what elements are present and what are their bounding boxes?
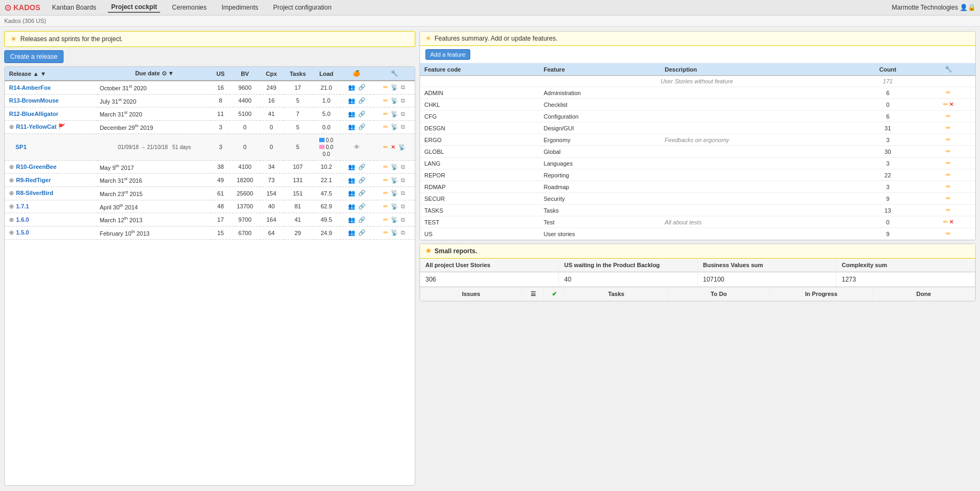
people-icon[interactable]: 👥 <box>348 97 355 104</box>
release-cpx: 64 <box>260 226 282 239</box>
external-icon[interactable]: ⧉ <box>401 190 405 196</box>
edit-icon[interactable]: ✏ <box>383 163 388 170</box>
rss-icon[interactable]: 📡 <box>391 111 398 117</box>
expand-icon[interactable]: ⊕ <box>9 123 14 130</box>
release-link[interactable]: 1.5.0 <box>16 229 29 236</box>
rss-icon[interactable]: 📡 <box>391 177 398 183</box>
link-icon[interactable]: 🔗 <box>358 111 366 117</box>
expand-icon[interactable]: ⊕ <box>9 177 14 183</box>
link-icon[interactable]: 🔗 <box>358 97 366 104</box>
rss-icon[interactable]: 📡 <box>391 123 398 130</box>
rss-icon[interactable]: 📡 <box>391 190 398 196</box>
edit-icon[interactable]: ✏ <box>946 113 951 119</box>
edit-icon[interactable]: ✏ <box>383 216 388 223</box>
people-icon[interactable]: 👥 <box>348 111 355 117</box>
rss-icon[interactable]: 📡 <box>391 84 398 90</box>
link-icon[interactable]: 🔗 <box>358 203 366 209</box>
edit-icon[interactable]: ✏ <box>383 203 388 209</box>
release-link[interactable]: R12-BlueAlligator <box>9 111 58 117</box>
people-icon[interactable]: 👥 <box>348 84 355 90</box>
eye-icon[interactable]: 👁 <box>354 144 360 150</box>
expand-icon[interactable]: ⊕ <box>9 229 14 236</box>
nav-kanban[interactable]: Kanban Boards <box>49 3 100 12</box>
edit-icon[interactable]: ✏ <box>383 190 388 196</box>
delete-icon[interactable]: ✕ <box>391 144 396 150</box>
edit-icon[interactable]: ✏ <box>946 124 951 131</box>
release-bv: 4400 <box>230 94 260 107</box>
external-icon[interactable]: ⧉ <box>401 84 405 90</box>
external-icon[interactable]: ⧉ <box>401 123 405 130</box>
edit-icon[interactable]: ✏ <box>383 111 388 117</box>
edit-icon[interactable]: ✏ <box>943 219 948 225</box>
rss-icon[interactable]: 📡 <box>391 163 398 170</box>
bottom-h-check[interactable]: ✔ <box>544 287 565 301</box>
rss-icon[interactable]: 📡 <box>391 216 398 223</box>
col-duedate[interactable]: Due date ⊙ ▼ <box>98 67 211 81</box>
edit-icon[interactable]: ✏ <box>943 101 948 107</box>
release-link[interactable]: 1.7.1 <box>16 203 29 209</box>
rss-icon[interactable]: 📡 <box>398 144 406 150</box>
edit-icon[interactable]: ✏ <box>383 84 388 90</box>
nav-ceremonies[interactable]: Ceremonies <box>169 3 210 12</box>
edit-icon[interactable]: ✏ <box>383 144 388 150</box>
link-icon[interactable]: 🔗 <box>358 216 366 223</box>
link-icon[interactable]: 🔗 <box>358 177 366 183</box>
people-icon[interactable]: 👥 <box>348 203 355 209</box>
delete-icon[interactable]: ✕ <box>949 219 954 225</box>
external-icon[interactable]: ⧉ <box>401 229 405 236</box>
link-icon[interactable]: 🔗 <box>358 123 366 130</box>
edit-icon[interactable]: ✏ <box>946 183 951 190</box>
people-icon[interactable]: 👥 <box>348 229 355 236</box>
edit-icon[interactable]: ✏ <box>383 177 388 183</box>
external-icon[interactable]: ⧉ <box>401 216 405 223</box>
link-icon[interactable]: 🔗 <box>358 190 366 196</box>
sprint-link[interactable]: SP1 <box>15 144 27 150</box>
edit-icon[interactable]: ✏ <box>383 97 388 104</box>
link-icon[interactable]: 🔗 <box>358 229 366 236</box>
people-icon[interactable]: 👥 <box>348 216 355 223</box>
edit-icon[interactable]: ✏ <box>946 230 951 237</box>
release-link[interactable]: R11-YellowCat <box>16 123 57 130</box>
external-icon[interactable]: ⧉ <box>401 177 405 183</box>
people-icon[interactable]: 👥 <box>348 177 355 183</box>
release-link[interactable]: R8-SilverBird <box>16 190 53 196</box>
edit-icon[interactable]: ✏ <box>946 148 951 154</box>
edit-icon[interactable]: ✏ <box>946 172 951 178</box>
edit-icon[interactable]: ✏ <box>946 89 951 96</box>
release-link[interactable]: R13-BrownMouse <box>9 97 59 104</box>
col-release[interactable]: Release ▲ ▼ <box>5 67 98 81</box>
people-icon[interactable]: 👥 <box>348 163 355 170</box>
delete-icon[interactable]: ✕ <box>949 101 954 107</box>
external-icon[interactable]: ⧉ <box>401 97 405 104</box>
people-icon[interactable]: 👥 <box>348 123 355 130</box>
rss-icon[interactable]: 📡 <box>391 203 398 209</box>
external-icon[interactable]: ⧉ <box>401 163 405 170</box>
expand-icon[interactable]: ⊕ <box>9 190 14 196</box>
edit-icon[interactable]: ✏ <box>946 160 951 166</box>
expand-icon[interactable]: ⊕ <box>9 203 14 209</box>
create-release-button[interactable]: Create a release <box>4 50 64 63</box>
edit-icon[interactable]: ✏ <box>383 123 388 130</box>
expand-icon[interactable]: ⊕ <box>9 163 14 170</box>
external-icon[interactable]: ⧉ <box>401 111 405 117</box>
nav-config[interactable]: Project configuration <box>270 3 335 12</box>
external-icon[interactable]: ⧉ <box>401 203 405 209</box>
release-link[interactable]: R9-RedTiger <box>16 177 51 183</box>
release-link[interactable]: R14-AmberFox <box>9 84 51 91</box>
release-link[interactable]: 1.6.0 <box>16 216 29 223</box>
rss-icon[interactable]: 📡 <box>391 97 398 104</box>
edit-icon[interactable]: ✏ <box>383 229 388 236</box>
rss-icon[interactable]: 📡 <box>391 229 398 236</box>
release-link[interactable]: R10-GreenBee <box>16 163 57 170</box>
people-icon[interactable]: 👥 <box>348 190 355 196</box>
add-feature-button[interactable]: Add a feature <box>425 49 470 60</box>
edit-icon[interactable]: ✏ <box>946 207 951 213</box>
bottom-h-filter[interactable]: ☰ <box>523 287 544 301</box>
edit-icon[interactable]: ✏ <box>946 195 951 201</box>
edit-icon[interactable]: ✏ <box>946 136 951 143</box>
nav-impediments[interactable]: Impediments <box>218 3 262 12</box>
link-icon[interactable]: 🔗 <box>358 163 366 170</box>
link-icon[interactable]: 🔗 <box>358 84 366 90</box>
nav-cockpit[interactable]: Project cockpit <box>108 2 160 13</box>
expand-icon[interactable]: ⊕ <box>9 216 14 223</box>
